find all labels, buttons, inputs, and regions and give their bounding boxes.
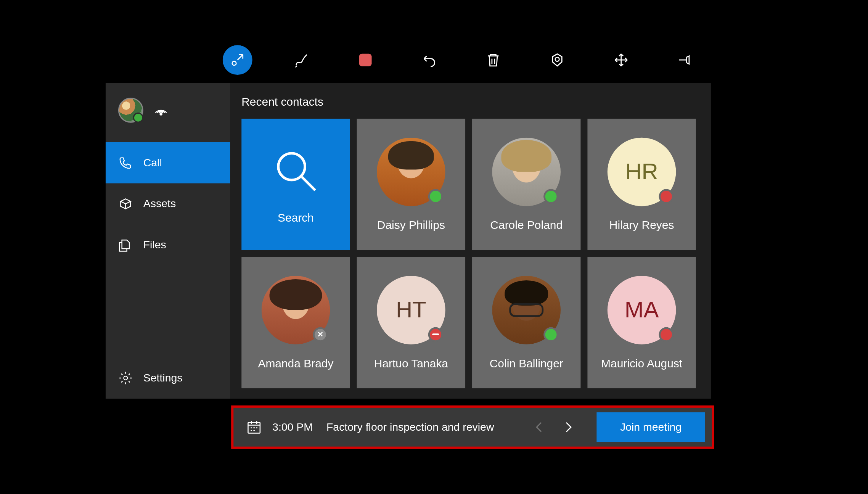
contact-initials: HT (377, 275, 445, 344)
sidebar-item-label: Call (143, 156, 162, 169)
sidebar-item-files[interactable]: Files (106, 224, 230, 266)
sidebar-item-label: Files (143, 239, 166, 251)
presence-badge (313, 327, 328, 342)
join-meeting-label: Join meeting (620, 421, 682, 433)
contact-tile[interactable]: Carole Poland (472, 119, 580, 250)
presence-badge (543, 327, 558, 342)
search-tile-label: Search (278, 211, 314, 224)
contact-name: Mauricio August (601, 357, 682, 370)
contact-avatar (492, 137, 561, 206)
svg-point-4 (278, 153, 305, 180)
undo-tool-button[interactable] (415, 45, 444, 75)
shape-tool-button[interactable] (350, 45, 380, 75)
search-icon (270, 145, 321, 198)
phone-icon (118, 155, 133, 170)
contact-tile[interactable]: MAMauricio August (587, 257, 696, 388)
red-square-icon (359, 54, 372, 66)
contacts-grid: Search Daisy PhillipsCarole PolandHRHila… (241, 119, 699, 388)
gear-icon (118, 371, 133, 386)
search-tile[interactable]: Search (241, 119, 350, 250)
meeting-time: 3:00 PM (272, 421, 313, 433)
contact-tile[interactable]: Amanda Brady (241, 257, 350, 388)
contact-avatar (492, 275, 561, 344)
ink-tool-button[interactable] (286, 45, 316, 75)
presence-badge (428, 327, 443, 342)
contact-name: Amanda Brady (258, 357, 333, 370)
sidebar-item-settings[interactable]: Settings (106, 357, 230, 399)
presence-badge (543, 189, 558, 204)
move-tool-button[interactable] (606, 45, 636, 75)
contact-name: Colin Ballinger (490, 357, 563, 370)
collapse-tool-button[interactable] (223, 45, 252, 75)
presence-badge (659, 189, 674, 204)
delete-tool-button[interactable] (478, 45, 508, 75)
box-icon (118, 196, 133, 211)
contact-name: Hartuo Tanaka (374, 357, 448, 370)
meeting-title: Factory floor inspection and review (326, 421, 494, 433)
sidebar-item-label: Assets (143, 198, 176, 210)
calendar-icon (246, 419, 262, 435)
files-icon (118, 238, 133, 253)
content-area: Recent contacts Search Daisy PhillipsCar… (230, 83, 710, 399)
sidebar-nav: Call Assets Files Settings (106, 142, 230, 399)
contact-tile[interactable]: Daisy Phillips (357, 119, 465, 250)
svg-point-0 (232, 61, 236, 65)
sidebar: Call Assets Files Settings (106, 83, 230, 399)
contact-initials: HR (608, 137, 676, 206)
contact-initials: MA (608, 275, 676, 344)
contact-name: Daisy Phillips (377, 219, 445, 232)
svg-point-2 (160, 113, 162, 115)
meeting-next-button[interactable] (559, 417, 579, 437)
pin-tool-button[interactable] (670, 45, 700, 75)
contact-tile[interactable]: HTHartuo Tanaka (357, 257, 465, 388)
meeting-prev-button[interactable] (529, 417, 549, 437)
contact-avatar (377, 137, 445, 206)
top-toolbar (223, 40, 700, 80)
contact-avatar (262, 275, 330, 344)
main-panel: Call Assets Files Settings Recent co (106, 83, 711, 399)
sidebar-item-call[interactable]: Call (106, 142, 230, 183)
contact-name: Hilary Reyes (609, 219, 674, 232)
camera-tool-button[interactable] (542, 45, 572, 75)
user-avatar[interactable] (118, 98, 143, 123)
svg-point-3 (124, 376, 127, 380)
contact-tile[interactable]: Colin Ballinger (472, 257, 580, 388)
presence-badge (428, 189, 443, 204)
contact-name: Carole Poland (490, 219, 563, 232)
profile-row (106, 83, 230, 142)
contact-tile[interactable]: HRHilary Reyes (587, 119, 696, 250)
network-status-icon (154, 101, 169, 119)
svg-point-1 (555, 57, 559, 61)
sidebar-item-label: Settings (143, 372, 183, 385)
presence-badge (659, 327, 674, 342)
svg-line-5 (302, 177, 315, 190)
section-title: Recent contacts (241, 95, 699, 108)
sidebar-item-assets[interactable]: Assets (106, 183, 230, 225)
meeting-bar: 3:00 PM Factory floor inspection and rev… (231, 405, 714, 449)
join-meeting-button[interactable]: Join meeting (596, 412, 705, 442)
